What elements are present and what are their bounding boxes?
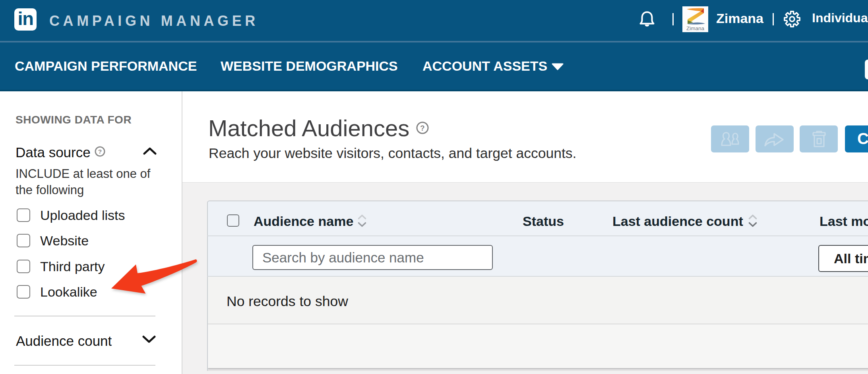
svg-text:Zimana: Zimana <box>686 25 705 31</box>
svg-text:?: ? <box>98 148 102 155</box>
svg-text:?: ? <box>420 124 424 132</box>
